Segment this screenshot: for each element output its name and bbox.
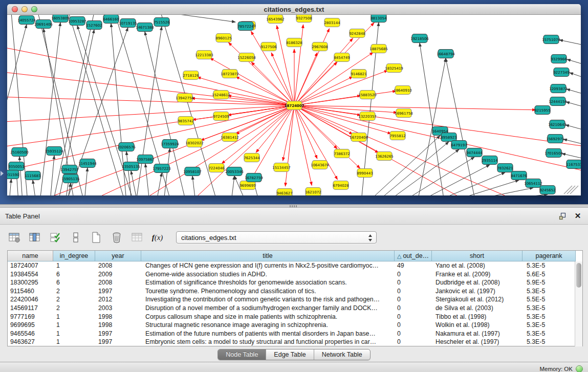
tab-node-table[interactable]: Node Table	[218, 349, 266, 360]
network-node[interactable]: 12093872	[549, 84, 568, 93]
cell-year[interactable]: 1998	[95, 321, 141, 330]
cell-title[interactable]: Corpus callosum shape and size in male p…	[141, 313, 395, 321]
table-row[interactable]: 977716911998Corpus callosum shape and si…	[8, 313, 582, 321]
network-node[interactable]: 9327508	[296, 15, 312, 23]
network-node[interactable]: 16381412	[221, 133, 239, 142]
table-settings-icon[interactable]	[7, 231, 21, 245]
cell-pagerank[interactable]: 5.5E-5	[522, 295, 576, 304]
network-node[interactable]: 2967608	[312, 42, 328, 51]
column-header-year[interactable]: year	[95, 251, 141, 261]
network-node[interactable]: 1527602	[86, 21, 102, 30]
network-node[interactable]: 9474444	[466, 148, 483, 157]
new-table-icon[interactable]	[89, 231, 103, 245]
network-node[interactable]: 9146821	[351, 70, 366, 78]
cell-name[interactable]: 18724007	[8, 261, 53, 270]
cell-out_de[interactable]: 0	[395, 304, 432, 313]
cell-in_degree[interactable]: 1	[53, 321, 95, 330]
network-node[interactable]: 16543962	[266, 15, 285, 24]
cell-title[interactable]: Genome-wide association studies in ADHD.	[141, 270, 395, 279]
tab-network-table[interactable]: Network Table	[314, 349, 370, 360]
network-node[interactable]: 13220357	[358, 112, 377, 121]
network-node[interactable]: 6479197	[451, 141, 467, 149]
minimize-button[interactable]	[21, 6, 28, 12]
network-node[interactable]: 8990443	[357, 169, 373, 178]
cell-pagerank[interactable]: 5.6E-5	[522, 270, 576, 279]
cell-short[interactable]: Jankovic et al. (1997)	[432, 287, 522, 296]
table-row[interactable]: 1872400712008Changes of HCN gene express…	[8, 261, 582, 270]
cell-short[interactable]: Hescheler et al. (1997)	[432, 338, 522, 346]
table-row[interactable]: 969969511998Structural magnetic resonanc…	[8, 321, 582, 330]
delete-table-icon[interactable]	[110, 231, 123, 245]
cell-name[interactable]: 18300295	[8, 278, 53, 287]
network-node[interactable]: 11451944	[78, 159, 97, 168]
cell-title[interactable]: Structural magnetic resonance image aver…	[141, 321, 395, 330]
cell-title[interactable]: Investigating the contribution of common…	[141, 295, 395, 304]
cell-year[interactable]: 2008	[95, 278, 141, 287]
network-node[interactable]: 25160500	[10, 148, 29, 157]
cell-out_de[interactable]: 49	[395, 261, 432, 270]
cell-out_de[interactable]: 0	[395, 287, 432, 296]
network-node[interactable]: 18302022	[185, 139, 204, 147]
column-header-title[interactable]: title	[141, 251, 395, 261]
cell-out_de[interactable]: 0	[395, 321, 432, 330]
network-node[interactable]: 17016504	[545, 149, 563, 158]
cell-out_de[interactable]: 0	[395, 313, 432, 321]
network-node[interactable]: 16053809	[51, 15, 70, 23]
network-node[interactable]: 8960125	[215, 34, 231, 42]
network-node[interactable]: 8471676	[511, 171, 527, 180]
network-node[interactable]: 14671388	[136, 23, 154, 32]
network-node[interactable]: 7515526	[154, 18, 170, 27]
cell-short[interactable]: Wolkin et al. (1998)	[432, 321, 522, 330]
table-row[interactable]: 1938455462009Genome-wide association stu…	[8, 270, 582, 279]
zoom-button[interactable]	[31, 6, 37, 12]
cell-year[interactable]: 2009	[95, 270, 141, 279]
network-node[interactable]: 13626265	[375, 152, 394, 161]
table-selector-dropdown[interactable]: citations_edges.txt	[176, 231, 377, 244]
network-node[interactable]: 14055724	[17, 16, 36, 25]
cell-short[interactable]: Dudbridge et al. (2008)	[432, 278, 522, 287]
table-row[interactable]: 946362711997Embryonic stem cells: a mode…	[8, 338, 582, 346]
network-node[interactable]: 9835742	[178, 117, 193, 125]
network-node[interactable]: 9127506	[260, 42, 277, 51]
cell-in_degree[interactable]: 6	[53, 278, 95, 287]
table-row[interactable]: 946554611997Estimation of the future num…	[8, 330, 582, 338]
import-table-icon[interactable]	[130, 231, 144, 245]
cell-short[interactable]: Tibbo et al. (1998)	[432, 313, 522, 321]
column-header-pagerank[interactable]: pagerank	[522, 251, 576, 261]
network-node[interactable]: 9724509	[213, 112, 229, 121]
network-node[interactable]: 9242848	[349, 29, 365, 38]
cell-name[interactable]: 14569117	[8, 304, 53, 313]
network-node[interactable]: 3931590	[7, 170, 19, 179]
network-node[interactable]: 2718126	[183, 71, 199, 80]
vertical-scrollbar[interactable]	[575, 261, 582, 346]
cell-short[interactable]: Stergiakouli et al. (2012)	[432, 295, 522, 304]
window-titlebar[interactable]: citations_edges.txt	[7, 4, 581, 15]
network-node[interactable]: 10719135	[119, 19, 137, 28]
network-node[interactable]: 7832621	[497, 164, 513, 172]
network-node[interactable]: 9350051	[8, 162, 24, 171]
network-node[interactable]: 18723872	[221, 70, 239, 78]
column-header-out_de[interactable]: △ out_de…	[395, 251, 432, 261]
network-node[interactable]: 15883520	[358, 91, 377, 99]
network-node[interactable]: 17359924	[161, 140, 179, 148]
cell-name[interactable]: 9115460	[8, 287, 53, 296]
cell-in_degree[interactable]: 1	[53, 338, 95, 346]
cell-short[interactable]: Yano et al. (2008)	[432, 261, 522, 270]
cell-year[interactable]: 1998	[95, 313, 141, 321]
cell-in_degree[interactable]: 2	[53, 287, 95, 296]
cell-year[interactable]: 1997	[95, 287, 141, 296]
cell-out_de[interactable]: 0	[395, 278, 432, 287]
network-node[interactable]: 15692971	[546, 135, 564, 143]
scrollbar-thumb[interactable]	[576, 263, 581, 288]
select-rows-icon[interactable]	[48, 231, 62, 245]
table-row[interactable]: 1830029562008Estimation of significance …	[8, 278, 582, 287]
cell-name[interactable]: 9699695	[8, 321, 53, 330]
network-node[interactable]: 16648794	[437, 50, 455, 58]
cell-in_degree[interactable]: 1	[53, 261, 95, 270]
column-header-in_degree[interactable]: in_degree	[53, 251, 95, 261]
network-node[interactable]: 15905135	[61, 174, 80, 183]
cell-in_degree[interactable]: 1	[53, 330, 95, 338]
network-node[interactable]: 10975867	[136, 155, 155, 164]
network-node[interactable]: 16210643	[548, 120, 567, 129]
cell-short[interactable]: Nakamura et al. (1997)	[432, 330, 522, 338]
